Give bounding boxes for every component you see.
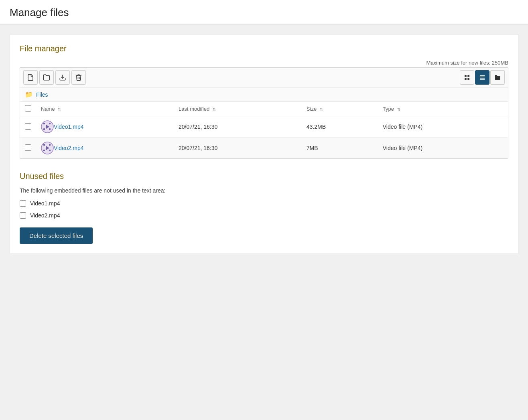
svg-rect-2 xyxy=(467,75,469,77)
toolbar-right xyxy=(460,70,505,85)
row-checkbox-1[interactable] xyxy=(25,144,31,151)
file-type-cell: Video file (MP4) xyxy=(378,138,508,159)
file-manager-section: File manager Maximum size for new files:… xyxy=(20,44,508,159)
svg-rect-10 xyxy=(43,123,45,124)
delete-selected-button[interactable]: Delete selected files xyxy=(20,227,93,244)
unused-files-list: Video1.mp4Video2.mp4 xyxy=(20,200,508,219)
page-content: File manager Maximum size for new files:… xyxy=(0,24,528,420)
svg-rect-1 xyxy=(465,75,467,77)
toolbar-left xyxy=(23,70,86,85)
size-column-header: Size ⇅ xyxy=(302,102,378,116)
file-name-cell: Video1.mp4 xyxy=(36,116,174,138)
file-size-cell: 43.2MB xyxy=(302,116,378,138)
page-title: Manage files xyxy=(10,6,518,19)
table-row: Video2.mp420/07/21, 16:307MBVideo file (… xyxy=(20,138,508,159)
unused-files-description: The following embedded files are not use… xyxy=(20,187,508,194)
file-manager-title: File manager xyxy=(20,44,508,53)
svg-rect-19 xyxy=(49,150,51,151)
size-sort-icon: ⇅ xyxy=(320,107,323,112)
view-grid-button[interactable] xyxy=(460,70,474,85)
file-manager-toolbar xyxy=(20,68,508,87)
name-sort-icon: ⇅ xyxy=(58,107,61,112)
breadcrumb-row: 📁 Files xyxy=(20,87,508,102)
svg-rect-4 xyxy=(467,78,469,80)
folder-icon: 📁 xyxy=(25,91,33,98)
svg-rect-13 xyxy=(49,128,51,130)
download-button[interactable] xyxy=(55,70,70,85)
delete-file-button[interactable] xyxy=(71,70,86,85)
select-all-checkbox[interactable] xyxy=(25,105,31,112)
new-file-button[interactable] xyxy=(23,70,38,85)
svg-rect-18 xyxy=(43,150,45,151)
type-sort-icon: ⇅ xyxy=(397,107,400,112)
svg-rect-12 xyxy=(43,128,45,130)
svg-rect-3 xyxy=(465,78,467,80)
row-checkbox-0[interactable] xyxy=(25,123,31,130)
select-all-header xyxy=(20,102,36,116)
svg-rect-7 xyxy=(480,78,485,78)
mp4-file-icon xyxy=(41,142,54,154)
svg-rect-16 xyxy=(43,144,45,146)
file-modified-cell: 20/07/21, 16:30 xyxy=(174,116,302,138)
view-list-button[interactable] xyxy=(475,70,489,85)
file-name-link[interactable]: Video2.mp4 xyxy=(54,145,83,151)
svg-rect-6 xyxy=(480,77,485,77)
new-folder-button[interactable] xyxy=(39,70,54,85)
file-name-cell: Video2.mp4 xyxy=(36,138,174,159)
max-size-info: Maximum size for new files: 250MB xyxy=(20,60,508,66)
page-header: Manage files xyxy=(0,0,528,24)
table-row: Video1.mp420/07/21, 16:3043.2MBVideo fil… xyxy=(20,116,508,138)
unused-file-item: Video1.mp4 xyxy=(20,200,508,207)
file-manager-box: 📁 Files Name ⇅ xyxy=(20,67,508,159)
file-name-link[interactable]: Video1.mp4 xyxy=(54,124,83,130)
type-column-header: Type ⇅ xyxy=(378,102,508,116)
svg-rect-17 xyxy=(49,144,51,146)
unused-file-checkbox-1[interactable] xyxy=(20,212,26,219)
file-modified-cell: 20/07/21, 16:30 xyxy=(174,138,302,159)
svg-rect-5 xyxy=(480,75,485,76)
view-folder-button[interactable] xyxy=(490,70,505,85)
svg-rect-11 xyxy=(49,123,51,124)
file-type-cell: Video file (MP4) xyxy=(378,116,508,138)
modified-sort-icon: ⇅ xyxy=(213,107,216,112)
unused-files-title: Unused files xyxy=(20,172,508,181)
unused-file-label: Video2.mp4 xyxy=(30,212,60,219)
unused-file-label: Video1.mp4 xyxy=(30,200,60,207)
file-table: Name ⇅ Last modified ⇅ Size ⇅ xyxy=(20,102,508,158)
unused-files-section: Unused files The following embedded file… xyxy=(20,172,508,244)
unused-file-item: Video2.mp4 xyxy=(20,212,508,219)
mp4-file-icon xyxy=(41,120,54,133)
unused-file-checkbox-0[interactable] xyxy=(20,200,26,207)
breadcrumb-files-link[interactable]: Files xyxy=(36,91,48,98)
file-size-cell: 7MB xyxy=(302,138,378,159)
name-column-header: Name ⇅ xyxy=(36,102,174,116)
main-card: File manager Maximum size for new files:… xyxy=(10,34,518,254)
modified-column-header: Last modified ⇅ xyxy=(174,102,302,116)
svg-rect-8 xyxy=(480,79,485,80)
